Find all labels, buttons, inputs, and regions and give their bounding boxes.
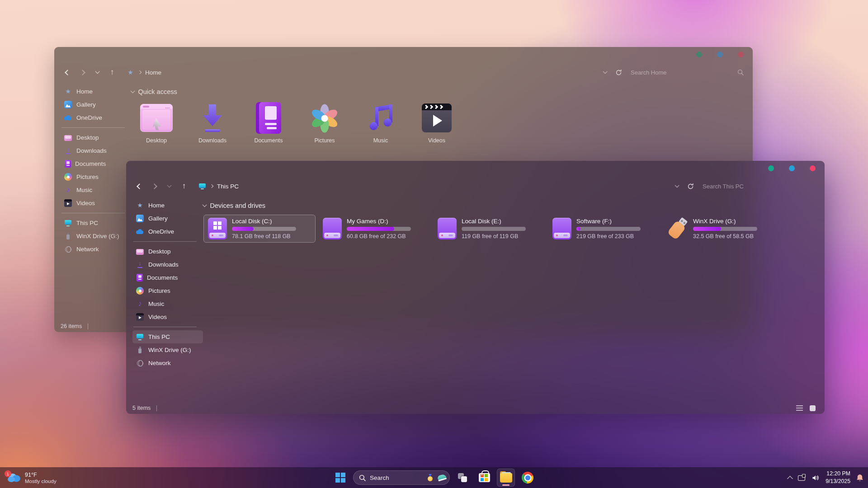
drive-local-disk-c[interactable]: Local Disk (C:)78.1 GB free of 118 GB <box>204 215 315 242</box>
sidebar-item-gallery[interactable]: Gallery <box>61 98 131 111</box>
close-dot[interactable] <box>810 165 816 171</box>
sidebar-item-onedrive[interactable]: OneDrive <box>132 225 203 238</box>
sidebar-item-network[interactable]: Network <box>61 243 131 256</box>
clock[interactable]: 12:20 PM 9/13/2025 <box>826 470 850 485</box>
sidebar-item-this-pc[interactable]: This PC <box>132 330 203 343</box>
forward-button[interactable] <box>75 66 89 79</box>
network-icon[interactable] <box>798 475 806 481</box>
navbar-right <box>604 66 747 79</box>
chrome-button[interactable] <box>519 469 537 487</box>
sidebar-item-onedrive[interactable]: OneDrive <box>61 111 131 124</box>
clock-time: 12:20 PM <box>826 470 850 478</box>
tray-overflow-button[interactable] <box>788 475 792 481</box>
details-view-icon[interactable] <box>796 405 803 411</box>
system-tray: 12:20 PM 9/13/2025 <box>788 467 863 488</box>
search-input[interactable] <box>703 183 816 190</box>
sidebar-item-label: OneDrive <box>148 228 174 235</box>
sidebar-item-label: Home <box>76 88 93 95</box>
music-icon <box>363 100 398 136</box>
microsoft-store-button[interactable] <box>475 469 493 487</box>
sidebar-item-label: Gallery <box>76 101 96 108</box>
sidebar-item-videos[interactable]: Videos <box>132 310 203 324</box>
section-devices-and-drives[interactable]: Devices and drives <box>203 201 816 211</box>
sidebar-item-desktop[interactable]: Desktop <box>132 245 203 258</box>
sidebar-item-downloads[interactable]: Downloads <box>132 258 203 271</box>
recent-locations-button[interactable] <box>90 66 104 79</box>
quick-access-music[interactable]: Music <box>355 100 406 144</box>
volume-icon[interactable] <box>811 474 820 481</box>
capacity-bar-fill <box>347 227 394 231</box>
sidebar-item-videos[interactable]: Videos <box>61 197 131 210</box>
explorer-window-this-pc: This PC HomeGalleryOneDriveDesktopDownlo… <box>126 161 825 414</box>
minimize-dot[interactable] <box>696 52 702 57</box>
view-toggles <box>796 405 816 411</box>
start-button[interactable] <box>331 469 349 487</box>
quick-access-desktop[interactable]: Desktop <box>131 100 182 144</box>
capacity-bar <box>232 227 296 231</box>
search-box[interactable] <box>631 69 744 76</box>
forward-button[interactable] <box>147 179 161 193</box>
drive-winx-drive-g[interactable]: WinX Drive (G:)32.5 GB free of 58.5 GB <box>663 215 774 242</box>
large-icons-view-icon[interactable] <box>810 405 816 411</box>
back-button[interactable] <box>132 179 146 193</box>
documents-icon <box>65 160 71 168</box>
downloads-icon <box>64 147 72 155</box>
sneaker-icon <box>437 474 447 482</box>
chevron-down-icon <box>95 70 99 74</box>
capacity-bar <box>462 227 526 231</box>
maximize-dot[interactable] <box>717 52 723 57</box>
sidebar-item-downloads[interactable]: Downloads <box>61 144 131 157</box>
chevron-down-icon <box>167 183 171 188</box>
this-pc-icon <box>198 183 206 190</box>
sidebar-item-documents[interactable]: Documents <box>132 271 203 284</box>
sidebar-item-pictures[interactable]: Pictures <box>132 284 203 297</box>
search-input[interactable] <box>631 69 734 76</box>
breadcrumb[interactable]: This PC <box>198 183 239 190</box>
breadcrumb[interactable]: Home <box>127 69 161 76</box>
sidebar-item-winx-drive-g[interactable]: WinX Drive (G:) <box>61 230 131 243</box>
section-quick-access[interactable]: Quick access <box>131 87 745 97</box>
downloads-icon <box>136 261 144 268</box>
quick-access-pictures[interactable]: Pictures <box>299 100 350 144</box>
quick-access-downloads[interactable]: Downloads <box>187 100 238 144</box>
back-button[interactable] <box>61 66 74 79</box>
sidebar-item-desktop[interactable]: Desktop <box>61 131 131 144</box>
weather-condition: Mostly cloudy <box>25 479 57 484</box>
sidebar-item-documents[interactable]: Documents <box>61 157 131 170</box>
maximize-dot[interactable] <box>789 165 795 171</box>
minimize-dot[interactable] <box>768 165 774 171</box>
recent-locations-button[interactable] <box>162 179 176 193</box>
notification-bell-icon[interactable] <box>856 474 863 482</box>
chevron-up-icon <box>787 476 793 482</box>
file-explorer-button[interactable] <box>497 469 515 487</box>
search-box[interactable] <box>703 183 816 190</box>
refresh-button[interactable] <box>612 66 625 79</box>
desktop-icon <box>136 249 144 255</box>
titlebar-this-pc[interactable] <box>126 161 825 176</box>
videos-folder-icon <box>422 103 452 132</box>
sidebar-item-music[interactable]: Music <box>132 297 203 310</box>
refresh-button[interactable] <box>684 179 697 193</box>
quick-access-documents[interactable]: Documents <box>243 100 294 144</box>
sidebar-item-home[interactable]: Home <box>61 85 131 98</box>
task-view-button[interactable] <box>453 469 472 487</box>
up-button[interactable] <box>177 179 191 193</box>
drive-my-games-d[interactable]: My Games (D:)60.8 GB free of 232 GB <box>319 215 430 242</box>
sidebar-item-gallery[interactable]: Gallery <box>132 212 203 225</box>
sidebar-item-network[interactable]: Network <box>132 357 203 370</box>
quick-access-videos[interactable]: Videos <box>411 100 462 144</box>
sidebar-item-winx-drive-g[interactable]: WinX Drive (G:) <box>132 343 203 357</box>
address-dropdown-chevron[interactable] <box>603 70 607 74</box>
close-dot[interactable] <box>738 52 744 57</box>
sidebar-item-home[interactable]: Home <box>132 199 203 212</box>
sidebar-item-this-pc[interactable]: This PC <box>61 216 131 230</box>
drive-software-f[interactable]: Software (F:)219 GB free of 233 GB <box>548 215 660 242</box>
titlebar-home[interactable] <box>54 47 753 62</box>
sidebar-item-music[interactable]: Music <box>61 183 131 197</box>
up-button[interactable] <box>105 66 119 79</box>
sidebar-item-pictures[interactable]: Pictures <box>61 170 131 183</box>
taskbar-search-box[interactable]: Search <box>353 470 450 485</box>
drive-local-disk-e[interactable]: Local Disk (E:)119 GB free of 119 GB <box>434 215 545 242</box>
address-dropdown-chevron[interactable] <box>675 183 679 188</box>
weather-widget[interactable]: 1 91°F Mostly cloudy <box>3 469 61 487</box>
